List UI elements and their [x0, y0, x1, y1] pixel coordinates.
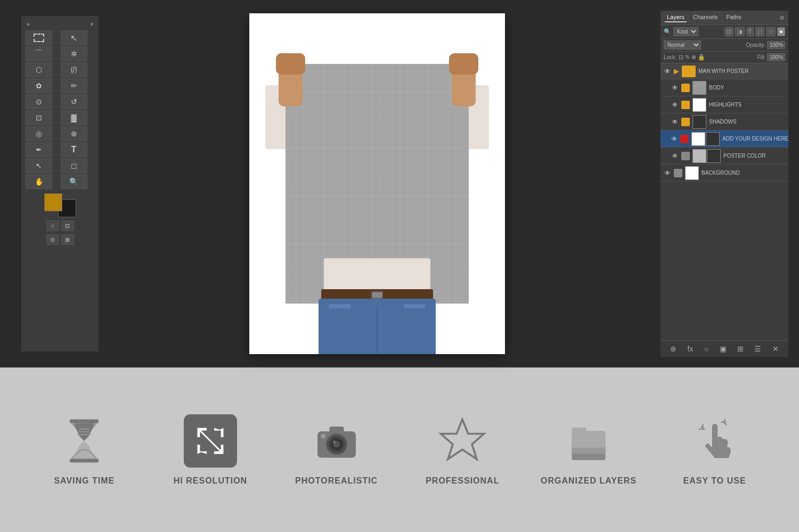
layer-poster-color[interactable]: 👁 POSTER COLOR	[661, 148, 788, 165]
feature-organized-layers: ORGANIZED LAYERS	[541, 414, 637, 486]
type-tool[interactable]: T	[61, 142, 87, 157]
panel-tabs: Layers Channels Paths	[665, 13, 744, 22]
filter-type-icon[interactable]: T	[746, 27, 754, 36]
spot-heal-tool[interactable]: ✿	[26, 78, 52, 93]
magic-wand-tool[interactable]: ✲	[61, 46, 87, 61]
layer-group-man-with-poster[interactable]: 👁 ▶ MAN WITH POSTER	[661, 63, 788, 79]
filter-adjust-icon[interactable]: ◑	[735, 27, 745, 36]
layers-panel: Layers Channels Paths ≡ 🔍 Kind ⊡ ◑ T ◻ ☆…	[661, 11, 788, 357]
svg-rect-17	[572, 431, 605, 448]
blend-mode-select[interactable]: Normal	[664, 40, 701, 50]
gradient-tool[interactable]: ▓	[61, 110, 87, 125]
shape-tool[interactable]: ◻	[61, 158, 87, 173]
clone-tool[interactable]: ⊙	[26, 94, 52, 109]
lock-all-icon[interactable]: 🔒	[698, 54, 705, 61]
toolbox-close[interactable]: ×	[90, 21, 93, 27]
eye-icon-shadows[interactable]: 👁	[671, 118, 679, 126]
eye-icon-body[interactable]: 👁	[671, 84, 679, 92]
lock-row: Lock: ⊡ ✎ ⊗ 🔒 Fill: 100%	[661, 52, 788, 63]
adjustment-button[interactable]: ▣	[718, 343, 729, 354]
opacity-value[interactable]: 100%	[767, 41, 785, 49]
marquee-tool[interactable]	[26, 30, 52, 45]
mask-button[interactable]: ○	[702, 343, 711, 354]
group-button[interactable]: ⊞	[735, 343, 746, 354]
standard-mode-tool[interactable]: ○	[46, 220, 59, 231]
saving-time-label: SAVING TIME	[54, 476, 115, 486]
group-color-swatch	[682, 66, 696, 77]
lock-artboard-icon[interactable]: ⊗	[691, 54, 696, 61]
layer-name-body: BODY	[709, 85, 785, 91]
toolbox-header: » ×	[23, 20, 96, 30]
eye-icon-group[interactable]: 👁	[664, 68, 671, 75]
new-layer-button[interactable]: ☰	[752, 343, 763, 354]
tab-channels[interactable]: Channels	[691, 13, 720, 22]
filter-pixel-icon[interactable]: ⊡	[724, 27, 733, 36]
blur-tool[interactable]: ◎	[26, 126, 52, 141]
delete-layer-button[interactable]: ✕	[770, 343, 781, 354]
history-brush-tool[interactable]: ↺	[61, 94, 87, 109]
fx-button[interactable]: fx	[686, 343, 696, 354]
lock-icons: ⊡ ✎ ⊗ 🔒	[679, 54, 705, 61]
layer-search-row: 🔍 Kind ⊡ ◑ T ◻ ☆ ●	[661, 25, 788, 39]
layer-name-background: BACKGROUND	[702, 170, 785, 176]
svg-rect-0	[70, 419, 99, 423]
toolbox-panel: » × ↖ ⌒ ✲ ⬡ ⟨/⟩ ✿ ✏ ⊙ ↺ ⊡ ▓ ◎ ⊗ ✒	[21, 16, 99, 351]
brush-tool[interactable]: ✏	[61, 78, 87, 93]
eraser-tool[interactable]: ⊡	[26, 110, 52, 125]
layer-thumb-design2	[706, 132, 720, 146]
pen-tool[interactable]: ✒	[26, 142, 52, 157]
layer-shadows[interactable]: 👁 SHADOWS	[661, 113, 788, 130]
document-canvas	[249, 13, 505, 354]
lasso-tool[interactable]: ⌒	[26, 46, 52, 61]
screen-mode-tool[interactable]: ⊡	[61, 220, 74, 231]
svg-rect-7	[329, 427, 344, 433]
zoom-tool[interactable]: 🔍	[61, 174, 87, 189]
tab-paths[interactable]: Paths	[724, 13, 744, 22]
layer-background[interactable]: 👁 BACKGROUND	[661, 165, 788, 182]
tab-layers[interactable]: Layers	[665, 13, 687, 22]
lock-pixel-icon[interactable]: ⊡	[679, 54, 683, 61]
eye-icon-design[interactable]: 👁	[671, 135, 678, 143]
layer-thumb-poster	[692, 149, 706, 163]
eye-icon-poster-color[interactable]: 👁	[671, 152, 679, 160]
toolbox-double-arrow[interactable]: »	[27, 21, 30, 27]
layer-name-design: ADD YOUR DESIGN HERE	[722, 136, 788, 142]
layer-thumb-poster2	[707, 149, 721, 163]
move-tool[interactable]: ↖	[61, 30, 87, 45]
hand-touch-icon	[688, 414, 741, 468]
foreground-color-swatch[interactable]	[44, 193, 62, 211]
layer-color-shadows	[681, 118, 690, 126]
filter-kind-select[interactable]: Kind	[673, 27, 698, 36]
panel-footer: ⊕ fx ○ ▣ ⊞ ☰ ✕	[661, 340, 788, 357]
layer-design[interactable]: 👁 ADD YOUR DESIGN HERE	[661, 130, 788, 148]
dodge-tool[interactable]: ⊗	[61, 126, 87, 141]
layer-highlights[interactable]: 👁 HIGHLIGHTS	[661, 96, 788, 113]
path-select-tool[interactable]: ↖	[26, 158, 52, 173]
filter-shape-icon[interactable]: ◻	[755, 27, 764, 36]
eye-icon-background[interactable]: 👁	[664, 169, 671, 177]
fill-value[interactable]: 100%	[767, 53, 785, 61]
layer-body[interactable]: 👁 BODY	[661, 79, 788, 96]
svg-point-12	[332, 440, 335, 443]
opacity-label: Opacity:	[746, 42, 765, 48]
crop-tool[interactable]: ⬡	[26, 62, 52, 77]
layer-thumb-shadows	[692, 115, 706, 129]
panel-menu-button[interactable]: ≡	[780, 13, 784, 22]
frame-tool[interactable]: ⊞	[61, 234, 74, 245]
eye-icon-highlights[interactable]: 👁	[671, 101, 679, 109]
filter-toggle-icon[interactable]: ●	[777, 27, 785, 36]
eyedropper-tool[interactable]: ⟨/⟩	[61, 62, 87, 77]
blend-mode-row: Normal Opacity: 100%	[661, 39, 788, 52]
lock-label: Lock:	[664, 54, 676, 60]
quick-mask-tool[interactable]: ⊙	[46, 234, 59, 245]
hourglass-icon	[58, 414, 111, 468]
filter-smart-icon[interactable]: ☆	[766, 27, 776, 36]
lock-position-icon[interactable]: ✎	[685, 54, 690, 61]
hand-tool[interactable]: ✋	[26, 174, 52, 189]
hi-resolution-label: HI RESOLUTION	[174, 476, 247, 486]
photorealistic-label: PHOTOREALISTIC	[295, 476, 378, 486]
link-layers-button[interactable]: ⊕	[668, 343, 679, 354]
folder-icon-group: ▶	[674, 67, 679, 75]
layer-color-background	[674, 169, 682, 177]
color-swatches	[44, 193, 76, 217]
